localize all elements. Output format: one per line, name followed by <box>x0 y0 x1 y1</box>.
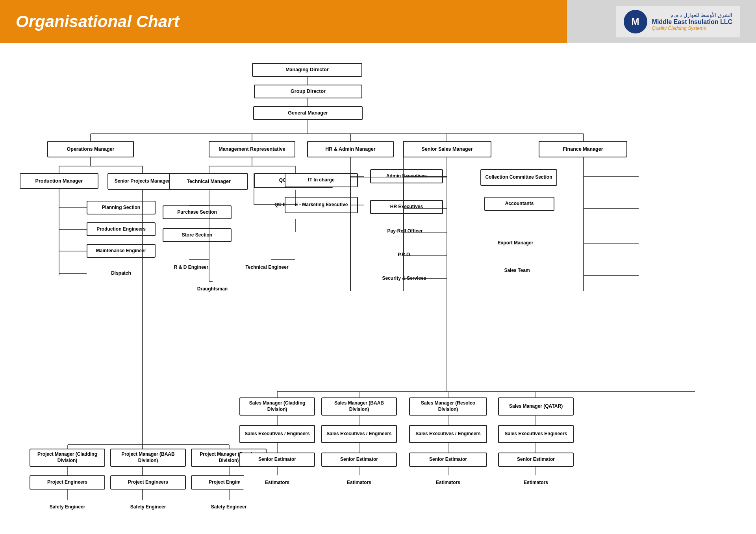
hr-executives-box: HR Executives <box>370 200 443 214</box>
sm-baab-box: Sales Manager (BAAB Division) <box>321 397 397 416</box>
technical-engineer-box: Technical Engineer <box>232 260 302 275</box>
management-rep-box: Management Representative <box>209 141 295 157</box>
operations-manager-box: Operations Manager <box>47 141 134 157</box>
group-director-box: Group Director <box>254 85 362 98</box>
production-engineers-box: Production Engineers <box>87 222 156 236</box>
managing-director-box: Managing Director <box>252 63 362 77</box>
pm-baab-box: Project Manager (BAAB Division) <box>110 449 186 467</box>
maintenance-engineer-box: Maintenance Engineer <box>87 244 156 258</box>
pm-cladding-box: Project Manager (Cladding Division) <box>30 449 105 467</box>
senior-est-qatar-box: Senior Estimator <box>498 453 574 467</box>
sm-qatar-box: Sales Manager (QATAR) <box>498 397 574 416</box>
accountants-box: Accountants <box>484 197 554 211</box>
logo-icon: M <box>624 10 647 33</box>
security-services-box: Security & Services <box>366 272 443 286</box>
finance-manager-box: Finance Manager <box>539 141 627 157</box>
pe-cladding-box: Project Engineers <box>30 475 105 490</box>
admin-executives-box: Admin Executives <box>370 169 443 183</box>
draughtsman-box: Draughtsman <box>180 281 245 297</box>
header: Organisational Chart M الشرق الأوسط للعو… <box>0 0 756 43</box>
estimators-qatar-box: Estimators <box>498 475 574 490</box>
rd-engineer-box: R & D Engineer <box>159 260 224 275</box>
e-marketing-box: E - Marketing Executive <box>285 197 358 213</box>
production-manager-box: Production Manager <box>20 173 98 189</box>
payroll-officer-box: Pay-Roll Officer <box>369 224 441 238</box>
sales-exec-resolco-box: Sales Executives / Engineers <box>409 425 487 443</box>
senior-est-baab-box: Senior Estimator <box>321 453 397 467</box>
dispatch-box: Dispatch <box>87 266 156 281</box>
general-manager-box: General Manager <box>253 106 363 120</box>
purchase-section-box: Purchase Section <box>163 205 232 219</box>
sm-resolco-box: Sales Manager (Resolco Division) <box>409 397 487 416</box>
hr-admin-box: HR & Admin Manager <box>307 141 394 157</box>
sales-exec-cladding-box: Sales Executives / Engineers <box>239 425 315 443</box>
senior-est-cladding-box: Senior Estimator <box>239 453 315 467</box>
collection-committee-box: Collection Committee Section <box>480 169 557 186</box>
pe-baab-box: Project Engineers <box>110 475 186 490</box>
pro-box: P.R.O. <box>374 248 435 262</box>
senior-projects-box: Senior Projects Manager <box>107 173 177 190</box>
senior-sales-box: Senior Sales Manager <box>403 141 491 157</box>
technical-manager-box: Technical Manager <box>169 173 248 190</box>
senior-est-resolco-box: Senior Estimator <box>409 453 487 467</box>
sm-cladding-box: Sales Manager (Cladding Division) <box>239 397 315 416</box>
planning-section-box: Planning Section <box>87 201 156 214</box>
company-logo: M الشرق الأوسط للعوازل ذ.م.م Middle East… <box>616 6 740 37</box>
store-section-box: Store Section <box>163 228 232 242</box>
estimators-baab-box: Estimators <box>321 475 397 490</box>
sales-exec-qatar-box: Sales Executives Engineers <box>498 425 574 443</box>
it-incharge-box: IT In charge <box>285 173 358 187</box>
page-title: Organisational Chart <box>16 12 179 31</box>
sales-team-box: Sales Team <box>484 264 550 278</box>
se-cladding-box: Safety Engineer <box>30 500 105 515</box>
estimators-cladding-box: Estimators <box>239 475 315 490</box>
estimators-resolco-box: Estimators <box>409 475 487 490</box>
sales-exec-baab-box: Sales Executives / Engineers <box>321 425 397 443</box>
logo-arabic: الشرق الأوسط للعوازل ذ.م.م <box>652 12 732 18</box>
logo-tagline: Quality Cladding Systems <box>652 26 732 31</box>
se-resolco-box: Safety Engineer <box>191 500 267 515</box>
se-baab-box: Safety Engineer <box>110 500 186 515</box>
export-manager-box: Export Manager <box>480 236 550 250</box>
logo-english: Middle East Insulation LLC <box>652 18 732 26</box>
